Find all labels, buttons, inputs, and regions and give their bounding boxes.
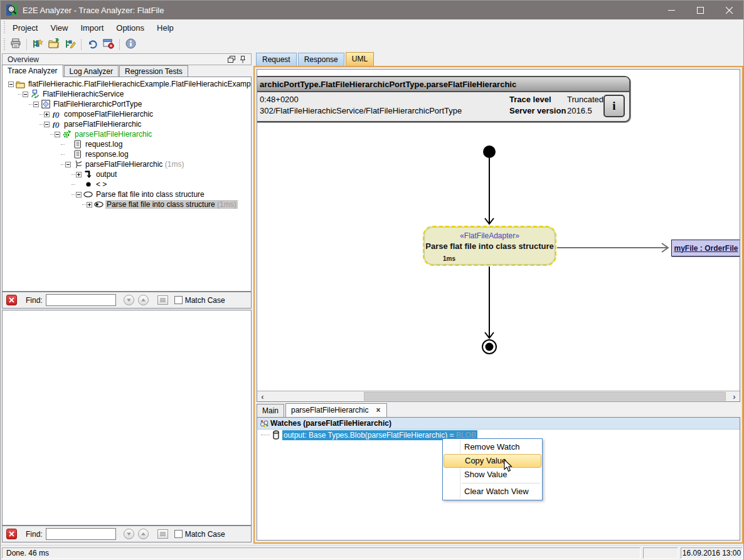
oval-icon bbox=[83, 190, 93, 199]
view-tab-strip: RequestResponseUML bbox=[256, 53, 375, 66]
open-trace-button[interactable] bbox=[46, 38, 62, 51]
tree-item-parseflatfilehierarchic[interactable]: parseFlatFileHierarchic (1ms) bbox=[3, 159, 251, 169]
tree-connector bbox=[72, 174, 75, 175]
find-next-button[interactable] bbox=[124, 529, 134, 539]
context-menu-item-show-value[interactable]: Show Value bbox=[444, 468, 541, 482]
edit-trace-button[interactable] bbox=[62, 38, 78, 51]
tab-response[interactable]: Response bbox=[298, 53, 344, 66]
tree-item-text: request.log bbox=[85, 140, 122, 149]
activity-trace-icon bbox=[73, 160, 82, 169]
expander-minus-icon[interactable] bbox=[44, 122, 50, 127]
tree-item-request-log[interactable]: request.log bbox=[3, 139, 251, 149]
scrollbar-thumb[interactable] bbox=[364, 392, 726, 401]
activity-duration: 1ms bbox=[443, 255, 455, 262]
menu-options[interactable]: Options bbox=[110, 21, 151, 35]
tree-item-label: flatFileHierachic.FlatFileHierachicExamp… bbox=[27, 80, 252, 88]
tab-uml[interactable]: UML bbox=[346, 52, 374, 66]
tree-item-composeflatfilehierarchic[interactable]: f()composeFlatFileHierarchic bbox=[3, 109, 251, 119]
expander-minus-icon[interactable] bbox=[23, 92, 28, 97]
tree-rows: flatFileHierachic.FlatFileHierachicExamp… bbox=[3, 77, 251, 209]
expander-minus-icon[interactable] bbox=[55, 132, 60, 137]
tree-item-label: output bbox=[95, 170, 118, 179]
close-button[interactable] bbox=[715, 1, 743, 19]
find-options-button[interactable] bbox=[157, 529, 168, 539]
tree-item-label: Parse flat file into class structure bbox=[95, 190, 206, 199]
match-case-checkbox[interactable] bbox=[174, 530, 183, 538]
tree-item-label: FlatFileHierachicService bbox=[41, 90, 125, 98]
mouse-cursor-icon bbox=[504, 459, 514, 475]
tree-item-[interactable]: < > bbox=[3, 179, 251, 189]
minimize-button[interactable] bbox=[657, 1, 686, 19]
close-find-button[interactable] bbox=[6, 295, 17, 305]
match-case-checkbox[interactable] bbox=[174, 296, 183, 304]
menu-import[interactable]: Import bbox=[74, 21, 110, 35]
menu-view[interactable]: View bbox=[44, 21, 74, 35]
find-previous-button[interactable] bbox=[138, 529, 149, 539]
trace-info-button[interactable]: i bbox=[603, 95, 625, 117]
tree-item-flatfilehierachicservice[interactable]: FlatFileHierachicService bbox=[3, 89, 251, 99]
object-node-myfile[interactable]: myFile : OrderFile bbox=[671, 240, 740, 256]
float-panel-icon[interactable] bbox=[226, 55, 237, 64]
tree-item-flatfilehierarchicporttype[interactable]: FlatFileHierarchicPortType bbox=[3, 99, 251, 109]
find-next-button[interactable] bbox=[124, 295, 134, 305]
tree-item-parseflatfilehierarchic[interactable]: f()parseFlatFileHierarchic bbox=[3, 119, 251, 129]
tab-log-analyzer[interactable]: Log Analyzer bbox=[64, 65, 119, 77]
find-input[interactable] bbox=[46, 528, 116, 540]
activity-node-parse-flat-file[interactable]: «FlatFileAdapter» Parse flat file into c… bbox=[423, 226, 556, 266]
tree-connector bbox=[72, 184, 75, 185]
uml-diagram-canvas[interactable]: archicPortType.FlatFileHierarchicPortTyp… bbox=[257, 69, 740, 402]
tree-item-text: parseFlatFileHierarchic bbox=[64, 120, 141, 129]
chevron-right-icon[interactable]: › bbox=[729, 391, 740, 401]
context-menu-item-remove-watch[interactable]: Remove Watch bbox=[444, 440, 541, 454]
tree-item-parse-flat-file-into-class-structure[interactable]: Parse flat file into class structure bbox=[3, 189, 251, 199]
find-input[interactable] bbox=[46, 294, 116, 306]
gear-icon bbox=[62, 130, 72, 139]
find-previous-button[interactable] bbox=[138, 295, 149, 305]
maximize-button[interactable] bbox=[686, 1, 715, 19]
info-button[interactable] bbox=[122, 38, 139, 51]
chevron-left-icon[interactable]: ‹ bbox=[257, 391, 268, 401]
expander-minus-icon[interactable] bbox=[8, 82, 14, 87]
close-tab-icon[interactable]: × bbox=[375, 406, 381, 415]
expander-minus-icon[interactable] bbox=[76, 192, 82, 198]
subtab-parseflatfilehierarchic[interactable]: parseFlatFileHierarchic× bbox=[285, 403, 387, 417]
initial-node bbox=[483, 145, 496, 158]
tab-trace-analyzer[interactable]: Trace Analyzer bbox=[2, 65, 63, 77]
tree-item-flatfilehierachic-flatfilehierachicexample-flatfilehierachicexample[interactable]: flatFileHierachic.FlatFileHierachicExamp… bbox=[3, 79, 251, 89]
tree-item-parseflatfilehierarchic[interactable]: parseFlatFileHierarchic bbox=[3, 129, 251, 139]
undo-button[interactable] bbox=[84, 38, 100, 51]
pin-panel-icon[interactable] bbox=[237, 55, 248, 64]
close-trace-view-button[interactable] bbox=[100, 38, 117, 51]
context-menu-item-copy-value[interactable]: Copy Value bbox=[444, 454, 541, 468]
context-menu-item-clear-watch-view[interactable]: Clear Watch View bbox=[444, 485, 541, 499]
expander-plus-icon[interactable] bbox=[44, 112, 50, 117]
tree-item-response-log[interactable]: response.log bbox=[3, 149, 251, 159]
overview-tab-strip: Trace AnalyzerLog AnalyzerRegression Tes… bbox=[2, 66, 189, 77]
status-bar: Done. 46 ms 16.09.2016 13:00 bbox=[1, 545, 743, 560]
server-version-label: Server version bbox=[509, 105, 567, 117]
tab-request[interactable]: Request bbox=[256, 53, 297, 66]
diagram-horizontal-scrollbar[interactable]: ‹ › bbox=[257, 391, 740, 401]
print-button[interactable] bbox=[8, 38, 24, 51]
menu-help[interactable]: Help bbox=[151, 21, 180, 35]
tree-item-text: FlatFileHierachicService bbox=[43, 90, 124, 98]
match-case-label: Match Case bbox=[185, 296, 225, 305]
import-trace-button[interactable] bbox=[29, 38, 46, 51]
tree-item-label: composeFlatFileHierarchic bbox=[63, 110, 154, 119]
tree-item-output[interactable]: output bbox=[3, 169, 251, 179]
tree-item-parse-flat-file-into-class-structure[interactable]: Parse flat file into class structure (1m… bbox=[3, 199, 251, 209]
subtab-main[interactable]: Main bbox=[257, 404, 284, 417]
expander-plus-icon[interactable] bbox=[76, 172, 82, 177]
close-find-button[interactable] bbox=[6, 529, 17, 539]
expander-plus-icon[interactable] bbox=[87, 202, 92, 208]
find-options-button[interactable] bbox=[157, 295, 168, 305]
application-window: E2E Analyzer - Trace Analyzer: FlatFile … bbox=[0, 0, 744, 560]
tab-regression-tests[interactable]: Regression Tests bbox=[119, 65, 188, 77]
toolbar-items bbox=[8, 38, 139, 51]
expander-minus-icon[interactable] bbox=[65, 162, 71, 167]
overview-panel: Overview Trace AnalyzerLog AnalyzerRegre… bbox=[2, 53, 252, 542]
menu-project[interactable]: Project bbox=[6, 21, 44, 35]
overview-header: Overview bbox=[2, 53, 252, 65]
tree-item-text: composeFlatFileHierarchic bbox=[64, 110, 153, 119]
expander-minus-icon[interactable] bbox=[33, 102, 39, 107]
